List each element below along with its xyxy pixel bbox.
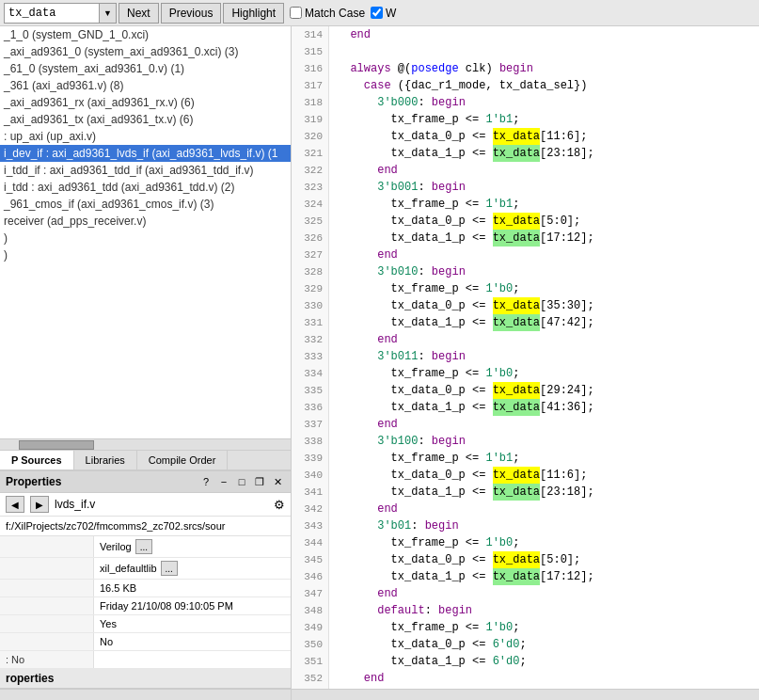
code-line: 3'b010: begin (329, 263, 759, 280)
prop-label (0, 536, 94, 557)
search-input[interactable] (5, 4, 99, 23)
code-token (337, 433, 377, 450)
code-line: end (329, 501, 759, 517)
prop-label (0, 633, 94, 650)
code-line: tx_data_1_p <= tx_data[17:12]; (329, 568, 759, 585)
properties-max-btn[interactable]: □ (234, 474, 249, 489)
prop-forward-btn[interactable]: ▶ (30, 496, 49, 513)
file-tree-item[interactable]: receiver (ad_pps_receiver.v) (0, 213, 291, 230)
previous-button[interactable]: Previous (161, 3, 222, 24)
code-scrollbar-h[interactable] (292, 689, 759, 700)
code-token: posedge (411, 60, 458, 77)
code-area[interactable]: 3143153163173183193203213223233243253263… (292, 26, 759, 689)
file-tree-item[interactable]: i_dev_if : axi_ad9361_lvds_if (axi_ad936… (0, 145, 291, 162)
code-token: tx_data_0_p <= (337, 297, 493, 314)
line-number: 341 (292, 484, 328, 501)
prop-settings-btn[interactable]: ⚙ (274, 498, 285, 512)
code-token: 1'b0 (485, 365, 513, 382)
file-tree-scrollbar-h[interactable] (0, 438, 291, 450)
code-token: tx_data (493, 399, 540, 416)
prop-browse-btn[interactable]: ... (135, 539, 152, 554)
prop-row: xil_defaultlib... (0, 558, 291, 580)
line-number: 337 (292, 416, 328, 433)
file-tree-item[interactable]: _61_0 (system_axi_ad9361_0.v) (1) (0, 60, 291, 77)
highlight-button[interactable]: Highlight (223, 3, 284, 24)
code-line: tx_data_1_p <= 6'd0; (329, 653, 759, 670)
line-number: 348 (292, 602, 328, 619)
code-token: : (418, 94, 431, 111)
code-token: tx_data_0_p <= (337, 382, 493, 399)
file-tree-item[interactable]: _361 (axi_ad9361.v) (8) (0, 77, 291, 94)
prop-value: Friday 21/10/08 09:10:05 PM (94, 597, 291, 614)
next-button[interactable]: Next (119, 3, 159, 24)
prop-browse-btn[interactable]: ... (161, 561, 178, 576)
properties-min-btn[interactable]: − (216, 474, 231, 489)
file-tree[interactable]: _1_0 (system_GND_1_0.xci)_axi_ad9361_0 (… (0, 26, 291, 438)
code-token (337, 416, 377, 433)
code-line: tx_frame_p <= 1'b0; (329, 619, 759, 636)
prop-back-btn[interactable]: ◀ (6, 496, 24, 513)
prop-row: Friday 21/10/08 09:10:05 PM (0, 597, 291, 615)
code-token: 6'd0 (493, 653, 520, 670)
line-number: 319 (292, 111, 328, 128)
code-line: tx_data_1_p <= tx_data[17:12]; (329, 230, 759, 247)
code-token: [17:12]; (540, 568, 594, 585)
code-line: tx_data_0_p <= 6'd0; (329, 636, 759, 653)
prop-value-text: No (100, 636, 113, 647)
code-token (337, 348, 377, 365)
source-tabs: P SourcesLibrariesCompile Order (0, 450, 291, 470)
w-checkbox[interactable] (371, 7, 383, 19)
source-tab-libraries[interactable]: Libraries (74, 451, 137, 469)
line-number: 331 (292, 314, 328, 331)
code-line: 3'b01: begin (329, 517, 759, 534)
code-token (337, 263, 377, 280)
properties-float-btn[interactable]: ❐ (252, 474, 267, 489)
search-input-wrapper: ▼ (4, 3, 117, 24)
code-token: ; (513, 619, 519, 636)
code-line: always @(posedge clk) begin (329, 60, 759, 77)
code-token: tx_data (493, 382, 540, 399)
code-line: end (329, 670, 759, 687)
code-token: case (364, 77, 391, 94)
code-line: tx_frame_p <= 1'b0; (329, 280, 759, 297)
line-number: 327 (292, 247, 328, 263)
code-line: 3'b011: begin (329, 348, 759, 365)
code-token: 3'b000 (377, 94, 418, 111)
file-tree-item[interactable]: i_tdd_if : axi_ad9361_tdd_if (axi_ad9361… (0, 162, 291, 179)
search-dropdown-btn[interactable]: ▼ (99, 4, 116, 23)
code-line: 3'b001: begin (329, 179, 759, 196)
line-numbers: 3143153163173183193203213223233243253263… (292, 26, 329, 689)
file-tree-item[interactable]: ) (0, 247, 291, 263)
code-token: [5:0]; (540, 213, 580, 230)
match-case-checkbox[interactable] (290, 7, 302, 19)
file-tree-item[interactable]: _axi_ad9361_rx (axi_ad9361_rx.v) (6) (0, 94, 291, 111)
properties-close-btn[interactable]: ✕ (270, 474, 285, 489)
code-token: tx_frame_p <= (337, 534, 485, 551)
code-token: [29:24]; (540, 382, 594, 399)
line-number: 344 (292, 534, 328, 551)
code-token: : (411, 517, 424, 534)
file-tree-item[interactable]: _axi_ad9361_0 (system_axi_ad9361_0.xci) … (0, 43, 291, 60)
file-tree-item[interactable]: i_tdd : axi_ad9361_tdd (axi_ad9361_tdd.v… (0, 179, 291, 196)
properties-panel: Properties ? − □ ❐ ✕ ◀ ▶ lvds_if.v ⚙ f:/… (0, 470, 291, 700)
source-tab-p-sources[interactable]: P Sources (0, 451, 74, 469)
code-token (337, 247, 377, 263)
code-line: tx_data_0_p <= tx_data[29:24]; (329, 382, 759, 399)
code-token: tx_data_0_p <= (337, 213, 493, 230)
file-tree-item[interactable]: ) (0, 230, 291, 247)
code-token: ; (513, 450, 519, 467)
code-token: tx_data_1_p <= (337, 314, 493, 331)
file-tree-item[interactable]: _axi_ad9361_tx (axi_ad9361_tx.v) (6) (0, 111, 291, 128)
file-tree-item[interactable]: _961_cmos_if (axi_ad9361_cmos_if.v) (3) (0, 196, 291, 213)
code-token: ; (513, 365, 519, 382)
source-tab-compile-order[interactable]: Compile Order (137, 451, 229, 469)
prop-value-text: xil_defaultlib (100, 563, 157, 574)
file-tree-item[interactable]: : up_axi (up_axi.v) (0, 128, 291, 145)
file-tree-item[interactable]: _1_0 (system_GND_1_0.xci) (0, 26, 291, 43)
code-token: 3'b01 (377, 517, 411, 534)
code-token: begin (432, 263, 466, 280)
match-case-label: Match Case (290, 7, 365, 20)
properties-help-btn[interactable]: ? (198, 474, 213, 489)
toolbar: ▼ Next Previous Highlight Match Case W (0, 0, 759, 26)
properties-scrollbar-h[interactable] (0, 689, 291, 700)
